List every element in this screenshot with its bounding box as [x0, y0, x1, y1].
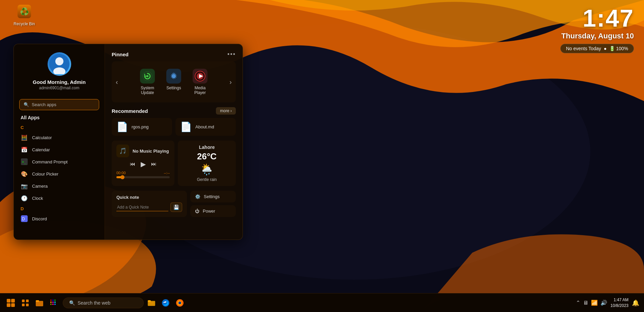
music-widget: 🎵 No Music Playing ⏮ ▶ ⏭ 00:00 --:-- [112, 141, 174, 186]
dot-separator: ● [604, 46, 607, 51]
taskbar-time: 1:47 AM [611, 297, 628, 303]
taskbar-apps [19, 297, 60, 309]
app-label-calculator: Calculator [32, 135, 52, 140]
notification-bell-icon[interactable]: 🔔 [632, 299, 639, 307]
time-current: 00:00 [116, 171, 126, 175]
battery-icon: 🔋 100% [609, 46, 628, 51]
power-button-icon: ⏻ [195, 209, 199, 214]
weather-widget: Lahore 26°C 🌦️ Gentle rain [178, 141, 236, 186]
taskbar-app-firefox[interactable] [173, 297, 186, 309]
power-button[interactable]: ⏻ Power [190, 205, 236, 217]
system-update-label: SystemUpdate [141, 86, 154, 95]
chevron-up-icon[interactable]: ⌃ [576, 300, 580, 306]
taskbar-sys-icons: ⌃ 🖥 📶 🔊 [576, 300, 607, 306]
svg-rect-23 [11, 299, 15, 303]
pinned-next-button[interactable]: › [228, 78, 233, 86]
taskbar-app-grid2[interactable] [47, 297, 60, 309]
clock-time-display: 1:47 [560, 6, 634, 30]
command-prompt-icon: >_ [21, 158, 28, 165]
recycle-bin-desktop-icon[interactable]: ♻️ Recycle Bin [11, 3, 38, 27]
battery-pct: 100% [616, 46, 628, 51]
rec-label-rgos: rgos.png [132, 124, 149, 129]
app-item-calculator[interactable]: 🧮 Calculator [17, 131, 102, 144]
recycle-bin-icon-img: ♻️ [16, 3, 33, 20]
quick-note-input-row: 💾 [116, 202, 182, 212]
start-button[interactable] [5, 297, 17, 309]
events-badge: No events Today ● 🔋 100% [560, 44, 634, 53]
quick-note-input[interactable] [116, 204, 168, 211]
pinned-app-system-update[interactable]: SystemUpdate [136, 65, 159, 98]
svg-rect-33 [52, 300, 54, 301]
calendar-icon: 📅 [21, 146, 28, 153]
pinned-app-media-player[interactable]: MediaPlayer [188, 65, 212, 98]
taskbar-app-folder[interactable] [145, 297, 158, 309]
taskbar-app-edge[interactable] [159, 297, 172, 309]
svg-rect-42 [148, 300, 151, 302]
media-player-label: MediaPlayer [194, 86, 206, 95]
taskbar-right: ⌃ 🖥 📶 🔊 1:47 AM 10/8/2023 🔔 [576, 297, 639, 309]
taskbar-date: 10/8/2023 [611, 303, 628, 309]
weather-description: Gentle rain [197, 177, 217, 182]
prev-track-button[interactable]: ⏮ [130, 161, 135, 167]
pinned-prev-button[interactable]: ‹ [114, 78, 119, 86]
music-title: No Music Playing [133, 149, 169, 154]
display-icon[interactable]: 🖥 [583, 300, 588, 306]
apps-list: C 🧮 Calculator 📅 Calendar >_ Command Pro… [14, 123, 105, 240]
all-apps-label: All Apps [14, 115, 105, 123]
pinned-title: Pinned [112, 52, 129, 57]
svg-rect-37 [54, 302, 56, 303]
weather-icon: 🌦️ [200, 163, 214, 176]
pinned-app-settings[interactable]: Settings [162, 65, 186, 98]
search-apps-container[interactable]: 🔍 [19, 99, 99, 110]
pinned-more-dots[interactable]: ••• [227, 51, 236, 58]
svg-point-48 [178, 302, 181, 304]
taskbar-app-files[interactable] [33, 297, 46, 309]
taskbar-app-pinned-grid[interactable] [19, 297, 32, 309]
search-apps-input[interactable] [32, 102, 95, 107]
media-player-icon [193, 69, 207, 84]
user-greeting: Good Morning, Admin [33, 79, 86, 85]
recommended-grid: 📄 rgos.png 📄 About.md [112, 118, 236, 136]
app-label-command-prompt: Command Prompt [32, 159, 67, 164]
app-label-colour-picker: Colour Picker [32, 171, 58, 177]
file-icon-rgos: 📄 [116, 121, 128, 132]
user-email: admin6901@mail.com [39, 86, 80, 90]
svg-rect-31 [36, 300, 39, 302]
progress-bar[interactable] [116, 176, 170, 178]
play-pause-button[interactable]: ▶ [141, 160, 146, 168]
save-note-button[interactable]: 💾 [170, 202, 182, 212]
music-note-icon: 🎵 [119, 147, 127, 155]
search-icon: 🔍 [24, 102, 29, 107]
app-label-calendar: Calendar [32, 147, 50, 152]
start-menu: Good Morning, Admin admin6901@mail.com 🔍… [13, 44, 243, 240]
app-item-clock[interactable]: 🕐 Clock [17, 192, 102, 204]
user-section: Good Morning, Admin admin6901@mail.com [14, 44, 105, 96]
next-track-button[interactable]: ⏭ [151, 161, 157, 167]
svg-rect-26 [22, 300, 25, 302]
section-letter-c: C [17, 123, 102, 131]
svg-text:D: D [22, 217, 25, 221]
music-top: 🎵 No Music Playing [116, 145, 170, 157]
app-item-calendar[interactable]: 📅 Calendar [17, 144, 102, 156]
pinned-section: Pinned ••• ‹ S [112, 51, 236, 102]
app-item-discord[interactable]: D Discord [17, 213, 102, 225]
time-total: --:-- [164, 171, 170, 175]
app-item-colour-picker[interactable]: 🎨 Colour Picker [17, 168, 102, 180]
svg-text:♻️: ♻️ [20, 7, 29, 16]
settings-button[interactable]: ⚙️ Settings [190, 191, 236, 202]
app-label-camera: Camera [32, 184, 48, 189]
recommended-more-button[interactable]: more › [216, 107, 236, 115]
svg-rect-32 [50, 300, 52, 301]
wifi-icon[interactable]: 📶 [591, 300, 598, 306]
app-item-camera[interactable]: 📷 Camera [17, 180, 102, 192]
events-text: No events Today [566, 46, 601, 51]
volume-icon[interactable]: 🔊 [600, 300, 607, 306]
taskbar-search[interactable]: 🔍 Search the web [63, 298, 144, 308]
app-item-command-prompt[interactable]: >_ Command Prompt [17, 156, 102, 168]
taskbar-clock[interactable]: 1:47 AM 10/8/2023 [611, 297, 628, 309]
weather-city: Lahore [199, 145, 215, 150]
recommended-title: Recommended [112, 108, 148, 114]
recommended-item-1[interactable]: 📄 About.md [175, 118, 236, 136]
recommended-item-0[interactable]: 📄 rgos.png [112, 118, 172, 136]
settings-power: ⚙️ Settings ⏻ Power [190, 191, 236, 217]
